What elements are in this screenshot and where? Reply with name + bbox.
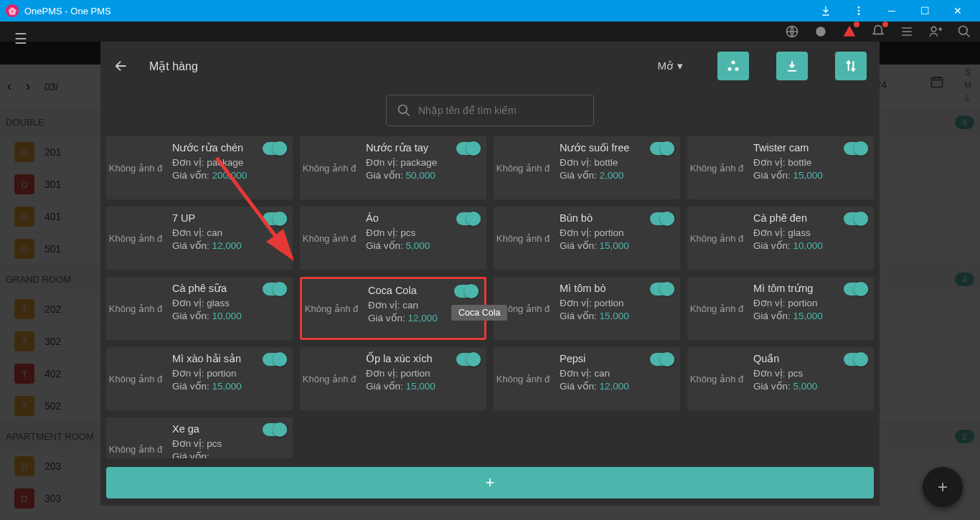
- item-card[interactable]: Không ảnh đ Mì tôm trứng Đơn vị: portion…: [687, 277, 874, 340]
- item-card[interactable]: Không ảnh đ Bún bò Đơn vị: portion Giá v…: [494, 207, 680, 270]
- sort-button[interactable]: [835, 52, 867, 80]
- item-card[interactable]: Không ảnh đ Mì tôm bò Đơn vị: portion Gi…: [494, 277, 680, 340]
- item-toggle[interactable]: [650, 283, 674, 296]
- item-toggle[interactable]: [844, 142, 868, 155]
- item-unit: Đơn vị: pcs: [753, 367, 867, 379]
- no-image-label: Không ảnh đ: [106, 417, 165, 458]
- titlebar: 🌸 OnePMS - One PMS ─ ☐ ✕: [0, 0, 980, 22]
- item-cost: Giá vốn: 50,000: [366, 169, 479, 181]
- search-box[interactable]: [386, 95, 594, 126]
- item-toggle[interactable]: [650, 212, 674, 225]
- search-icon[interactable]: [957, 24, 971, 39]
- item-card[interactable]: Không ảnh đ Nước rửa tay Đơn vị: package…: [300, 136, 486, 199]
- item-toggle[interactable]: [263, 423, 287, 436]
- minimize-button[interactable]: ─: [875, 0, 908, 22]
- no-image-label: Không ảnh đ: [106, 136, 165, 199]
- item-card[interactable]: Không ảnh đ Cà phê sữa Đơn vị: glass Giá…: [106, 277, 293, 340]
- item-toggle[interactable]: [650, 142, 674, 155]
- globe-icon[interactable]: [785, 24, 799, 39]
- item-cost: Giá vốn: 15,000: [753, 169, 867, 181]
- hamburger-icon[interactable]: ☰: [14, 30, 27, 47]
- back-button[interactable]: [113, 58, 129, 74]
- item-unit: Đơn vị: glass: [753, 227, 867, 238]
- no-image-label: Không ảnh đ: [494, 136, 552, 199]
- item-toggle[interactable]: [263, 212, 287, 225]
- item-card[interactable]: Không ảnh đ Cà phê đen Đơn vị: glass Giá…: [687, 207, 874, 270]
- svg-point-0: [858, 6, 860, 9]
- item-cost: Giá vốn: 2,000: [560, 169, 673, 181]
- item-toggle[interactable]: [650, 353, 674, 366]
- svg-point-11: [399, 105, 407, 114]
- list-icon[interactable]: [900, 24, 914, 39]
- item-unit: Đơn vị: can: [172, 227, 286, 238]
- item-card[interactable]: Không ảnh đ Nước rửa chén Đơn vị: packag…: [106, 136, 293, 199]
- fab-add[interactable]: +: [923, 467, 963, 507]
- bell-icon[interactable]: [871, 24, 885, 39]
- item-toggle[interactable]: [844, 212, 868, 225]
- item-toggle[interactable]: [844, 283, 868, 296]
- add-user-icon[interactable]: [928, 24, 943, 39]
- item-toggle[interactable]: [263, 142, 287, 155]
- item-unit: Đơn vị: can: [560, 367, 673, 379]
- item-card[interactable]: Không ảnh đ Pepsi Đơn vị: can Giá vốn: 1…: [494, 347, 680, 410]
- item-unit: Đơn vị: pcs: [366, 227, 479, 238]
- item-toggle[interactable]: [454, 285, 479, 298]
- item-toggle[interactable]: [263, 353, 287, 366]
- svg-point-10: [735, 67, 739, 71]
- close-button[interactable]: ✕: [941, 0, 974, 22]
- search-input[interactable]: [418, 105, 583, 116]
- item-cost: Giá vốn: 5,000: [366, 240, 479, 251]
- tooltip: Coca Cola: [451, 305, 507, 321]
- no-image-label: Không ảnh đ: [300, 347, 359, 410]
- item-toggle[interactable]: [844, 353, 868, 366]
- chart-button[interactable]: [717, 52, 749, 80]
- status-dropdown[interactable]: Mở ▾: [651, 55, 691, 77]
- no-image-label: Không ảnh đ: [687, 207, 746, 270]
- item-card[interactable]: Không ảnh đ Xe ga Đơn vị: pcs Giá vốn:: [106, 417, 293, 458]
- chevron-down-icon: ▾: [677, 60, 683, 72]
- item-unit: Đơn vị: portion: [560, 297, 673, 308]
- menu-dots-icon[interactable]: [842, 0, 875, 22]
- item-toggle[interactable]: [456, 212, 481, 225]
- maximize-button[interactable]: ☐: [908, 0, 941, 22]
- app-logo: 🌸: [6, 4, 19, 17]
- item-toggle[interactable]: [456, 353, 481, 366]
- item-cost: Giá vốn: 12,000: [172, 240, 286, 251]
- item-card[interactable]: Không ảnh đ Mì xào hải sản Đơn vị: porti…: [106, 347, 293, 410]
- no-image-label: Không ảnh đ: [106, 277, 165, 340]
- no-image-label: Không ảnh đ: [300, 136, 359, 199]
- item-cost: Giá vốn: 10,000: [753, 240, 867, 251]
- no-image-label: Không ảnh đ: [494, 207, 552, 270]
- item-unit: Đơn vị: glass: [172, 297, 286, 308]
- no-image-label: Không ảnh đ: [300, 207, 359, 270]
- item-card[interactable]: Không ảnh đ Ốp la xúc xích Đơn vị: porti…: [300, 347, 486, 410]
- svg-point-1: [858, 10, 860, 12]
- no-image-label: Không ảnh đ: [687, 347, 746, 410]
- no-image-label: Không ảnh đ: [494, 347, 552, 410]
- item-unit: Đơn vị: portion: [172, 367, 286, 379]
- download-icon[interactable]: [809, 0, 842, 22]
- no-image-label: Không ảnh đ: [687, 136, 746, 199]
- item-cost: Giá vốn: 15,000: [560, 310, 673, 321]
- item-card[interactable]: Không ảnh đ Coca Cola Đơn vị: can Giá vố…: [300, 277, 486, 340]
- item-unit: Đơn vị: bottle: [753, 156, 867, 168]
- download-button[interactable]: [776, 52, 808, 80]
- item-card[interactable]: Không ảnh đ Twister cam Đơn vị: bottle G…: [687, 136, 874, 199]
- app-header: [0, 22, 980, 42]
- item-toggle[interactable]: [456, 142, 481, 155]
- item-card[interactable]: Không ảnh đ Quần Đơn vị: pcs Giá vốn: 5,…: [687, 347, 874, 410]
- item-card[interactable]: Không ảnh đ Nước suối free Đơn vị: bottl…: [494, 136, 680, 199]
- warning-icon[interactable]: [842, 24, 857, 39]
- dark-icon[interactable]: [814, 24, 828, 39]
- item-toggle[interactable]: [263, 283, 287, 296]
- item-cost: Giá vốn: 15,000: [560, 240, 673, 251]
- add-button[interactable]: +: [106, 467, 874, 498]
- item-unit: Đơn vị: portion: [753, 297, 867, 308]
- no-image-label: Không ảnh đ: [106, 347, 165, 410]
- item-unit: Đơn vị: pcs: [172, 438, 286, 449]
- svg-point-2: [858, 13, 860, 15]
- item-card[interactable]: Không ảnh đ 7 UP Đơn vị: can Giá vốn: 12…: [106, 207, 293, 270]
- item-cost: Giá vốn: 12,000: [560, 380, 673, 392]
- window-title: OnePMS - One PMS: [24, 6, 809, 16]
- item-card[interactable]: Không ảnh đ Áo Đơn vị: pcs Giá vốn: 5,00…: [300, 207, 486, 270]
